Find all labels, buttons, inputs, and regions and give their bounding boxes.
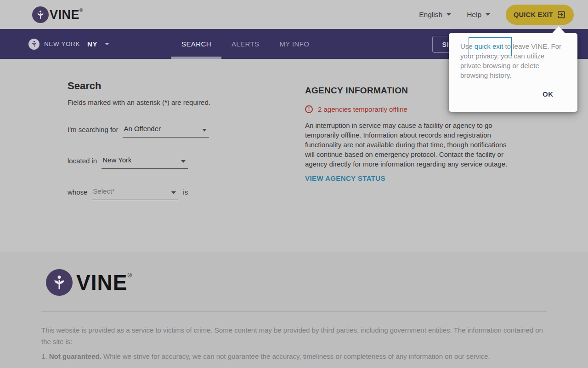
ok-button[interactable]: OK [543,90,554,98]
whose-placeholder: Select* [93,187,115,195]
vine-sprout-icon [32,6,49,23]
footer-item-1: 1. Not guaranteed. While we strive for a… [41,351,549,362]
page-title: Search [68,80,260,92]
registered-mark: ® [79,8,83,13]
state-abbr: NY [87,40,97,48]
chevron-down-icon [181,160,186,163]
located-in-select[interactable]: New York [102,156,188,169]
quick-exit-tooltip: Use quick exit to leave VINE. For your p… [449,33,577,112]
whose-row: whose Select* is [68,187,260,200]
help-dropdown[interactable]: Help [467,11,490,19]
item-bold: Not guaranteed. [49,352,102,360]
quick-exit-label: QUICK EXIT [514,11,553,18]
search-panel: Search Fields marked with an asterisk (*… [68,80,260,200]
vine-logo[interactable]: VINE ® [32,6,83,23]
page-footer: VINE ® This website is provided as a ser… [0,252,588,368]
footer-brand-name: VINE [76,269,127,296]
view-agency-status-link[interactable]: VIEW AGENCY STATUS [305,174,385,182]
footer-registered-mark: ® [127,272,132,279]
footer-intro: This website is provided as a service to… [41,324,549,347]
chevron-down-icon [447,13,451,16]
tab-alerts-label: ALERTS [232,40,259,48]
top-header-bar: VINE ® English Help QUICK EXIT [0,0,588,29]
chevron-down-icon [171,191,176,194]
nav-tabs: SEARCH ALERTS MY INFO [171,29,319,59]
tab-search[interactable]: SEARCH [171,29,221,59]
item-number: 1. [41,352,49,360]
chevron-down-icon [202,129,207,132]
located-in-row: located in New York [68,156,260,169]
footer-legal-text: This website is provided as a service to… [41,324,549,368]
whose-label: whose [68,188,87,200]
whose-suffix: is [183,188,188,200]
vine-sprout-icon [46,269,73,296]
required-fields-note: Fields marked with an asterisk (*) are r… [68,98,260,106]
tab-my-info-label: MY INFO [279,40,309,48]
search-for-row: I'm searching for An Offender [68,125,260,138]
agency-description: An interruption in service may cause a f… [305,121,509,169]
located-in-label: located in [68,157,97,169]
help-label: Help [467,11,481,19]
chevron-down-icon [105,43,109,45]
chevron-down-icon [486,13,490,16]
language-dropdown[interactable]: English [419,11,451,19]
tooltip-arrow [552,26,565,34]
warning-icon: ! [305,105,313,113]
tab-my-info[interactable]: MY INFO [269,29,319,59]
search-for-label: I'm searching for [68,126,118,138]
whose-select[interactable]: Select* [92,187,178,200]
tooltip-text: Use quick exit to leave VINE. For your p… [449,33,577,80]
footer-item-2: 2. For personal use only. Any commercial… [41,365,549,368]
quick-exit-button[interactable]: QUICK EXIT [506,5,574,25]
tooltip-text-pre: Use [460,42,475,50]
tab-search-label: SEARCH [181,40,211,48]
search-for-select[interactable]: An Offender [123,125,209,138]
exit-icon [557,10,566,19]
brand-name: VINE [50,6,79,23]
footer-vine-logo: VINE ® [46,269,132,296]
quick-exit-link[interactable]: quick exit [475,42,503,50]
language-label: English [419,11,442,19]
item-text: While we strive for accuracy, we can not… [102,352,490,360]
search-for-value: An Offender [124,125,161,132]
alert-text: 2 agencies temporarily offline [318,105,407,113]
located-in-value: New York [102,156,131,164]
vine-sprout-icon [28,39,40,50]
footer-divider [41,311,547,312]
state-selector[interactable]: NEW YORK NY [28,29,109,59]
tab-alerts[interactable]: ALERTS [221,29,269,59]
state-name: NEW YORK [44,40,80,47]
